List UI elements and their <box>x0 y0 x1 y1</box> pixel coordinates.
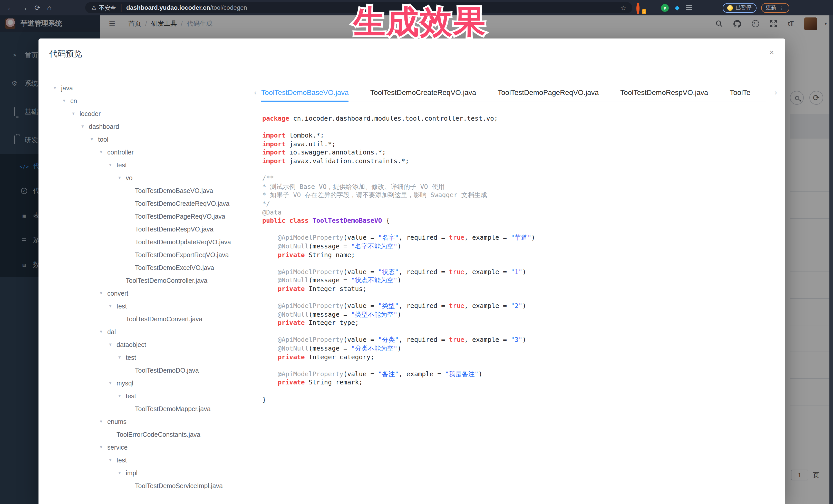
tree-expand-icon[interactable]: ▼ <box>118 355 126 360</box>
tree-node-file[interactable]: ToolTestDemoCreateReqVO.java <box>48 197 253 210</box>
tab-ToolTe[interactable]: ToolTe <box>730 83 751 102</box>
paused-profile-button[interactable]: 已暂停 <box>723 3 756 13</box>
tree-node-file[interactable]: ToolTestDemoMapper.java <box>48 402 253 415</box>
tree-expand-icon[interactable]: ▼ <box>118 471 126 475</box>
tree-node-label: test <box>126 392 136 400</box>
tab-ToolTestDemoBaseVO.java[interactable]: ToolTestDemoBaseVO.java <box>261 83 349 102</box>
tree-node-label: java <box>61 85 73 92</box>
tree-node-label: ToolTestDemoServiceImpl.java <box>135 482 223 489</box>
tree-node-folder[interactable]: ▼test <box>48 389 253 402</box>
extension-icon[interactable] <box>649 4 657 11</box>
tree-expand-icon[interactable]: ▼ <box>118 175 126 180</box>
extension-icon[interactable] <box>686 4 693 11</box>
tab-ToolTestDemoCreateReqVO.java[interactable]: ToolTestDemoCreateReqVO.java <box>370 83 476 102</box>
code-line <box>262 293 775 302</box>
tree-expand-icon[interactable]: ▼ <box>53 86 61 90</box>
tree-node-label: ToolTestDemoUpdateReqVO.java <box>135 238 231 246</box>
tree-node-file[interactable]: ToolTestDemoServiceImpl.java <box>48 479 253 492</box>
code-line <box>262 328 775 336</box>
browser-scrollbar[interactable] <box>829 16 833 504</box>
tab-ToolTestDemoRespVO.java[interactable]: ToolTestDemoRespVO.java <box>620 83 708 102</box>
tree-expand-icon[interactable]: ▼ <box>118 394 126 398</box>
tree-node-label: dashboard <box>89 123 119 130</box>
extension-icon[interactable]: y <box>661 4 669 11</box>
tabs-scroll-right-icon[interactable]: › <box>775 88 777 96</box>
tree-expand-icon[interactable]: ▼ <box>108 458 117 462</box>
tree-node-label: ToolTestDemoDO.java <box>135 367 199 374</box>
tree-node-folder[interactable]: ▼service <box>48 441 253 454</box>
tree-node-label: dataobject <box>117 341 146 348</box>
tree-node-folder[interactable]: ▼test <box>48 159 253 171</box>
tree-node-label: cn <box>70 97 77 104</box>
tree-node-file[interactable]: ToolTestDemoBaseVO.java <box>48 184 253 197</box>
bookmark-star-icon[interactable]: ☆ <box>620 4 626 11</box>
extensions-puzzle-icon[interactable] <box>710 4 718 11</box>
tree-node-folder[interactable]: ▼test <box>48 454 253 466</box>
forward-icon[interactable]: → <box>21 0 28 16</box>
tree-expand-icon[interactable]: ▼ <box>99 150 107 154</box>
home-icon[interactable]: ⌂ <box>47 0 51 16</box>
extension-icon[interactable]: ◆ <box>673 4 681 11</box>
tree-node-file[interactable]: ToolTestDemoConvert.java <box>48 313 253 326</box>
tree-expand-icon[interactable]: ▼ <box>108 381 117 385</box>
tree-node-folder[interactable]: ▼dataobject <box>48 338 253 351</box>
code-line: * 如果子 VO 存在差异的字段，请不要添加到这里，影响 Swagger 文档生… <box>262 191 775 200</box>
tree-node-folder[interactable]: ▼mysql <box>48 377 253 389</box>
tree-expand-icon[interactable]: ▼ <box>108 342 117 347</box>
code-line: import javax.validation.constraints.*; <box>262 157 775 166</box>
tree-node-folder[interactable]: ▼java <box>48 81 253 94</box>
tree-node-label: convert <box>107 290 128 297</box>
extension-icon[interactable] <box>698 4 706 11</box>
tree-node-folder[interactable]: ▼dal <box>48 326 253 338</box>
tree-node-file[interactable]: ToolTestDemoExcelVO.java <box>48 261 253 274</box>
code-line: import io.swagger.annotations.*; <box>262 149 775 157</box>
back-icon[interactable]: ← <box>7 0 14 16</box>
tree-expand-icon[interactable]: ▼ <box>80 124 89 129</box>
tree-node-label: controller <box>107 149 134 156</box>
code-line: private Integer type; <box>262 319 775 328</box>
reload-icon[interactable]: ⟳ <box>34 0 40 16</box>
tree-node-folder[interactable]: ▼dashboard <box>48 120 253 133</box>
annotation-text: 生成效果 生成效果 <box>353 1 486 43</box>
tree-node-folder[interactable]: ▼tool <box>48 133 253 146</box>
tree-node-file[interactable]: ToolTestDemoController.java <box>48 274 253 287</box>
tree-node-folder[interactable]: ▼vo <box>48 171 253 184</box>
code-line: */ <box>262 200 775 208</box>
tree-expand-icon[interactable]: ▼ <box>71 111 79 116</box>
tabs-scroll-left-icon[interactable]: ‹ <box>254 88 257 96</box>
tree-node-folder[interactable]: ▼impl <box>48 466 253 479</box>
tree-expand-icon[interactable]: ▼ <box>108 304 117 309</box>
tree-expand-icon[interactable]: ▼ <box>99 419 107 424</box>
tree-node-folder[interactable]: ▼test <box>48 300 253 313</box>
tree-node-file[interactable]: ToolTestDemoExportReqVO.java <box>48 248 253 261</box>
tree-expand-icon[interactable]: ▼ <box>99 291 107 296</box>
extension-icon[interactable]: 1 <box>637 4 644 11</box>
code-line: @NotNull(message = "类型不能为空") <box>262 310 775 319</box>
tree-expand-icon[interactable]: ▼ <box>108 163 117 167</box>
file-tabs-bar: ‹ ToolTestDemoBaseVO.javaToolTestDemoCre… <box>254 83 777 102</box>
tree-node-folder[interactable]: ▼test <box>48 351 253 364</box>
browser-menu-dots-icon[interactable]: ⋮ <box>779 4 785 11</box>
tree-node-folder[interactable]: ▼convert <box>48 287 253 300</box>
file-tree: ▼java▼cn▼iocoder▼dashboard▼tool▼controll… <box>48 81 253 502</box>
tree-expand-icon[interactable]: ▼ <box>62 99 70 103</box>
tree-node-folder[interactable]: ▼enums <box>48 415 253 428</box>
tree-node-folder[interactable]: ▼cn <box>48 94 253 107</box>
tree-node-file[interactable]: ToolTestDemoRespVO.java <box>48 223 253 236</box>
browser-update-button[interactable]: 更新⋮ <box>761 3 789 13</box>
tree-node-file[interactable]: ToolTestDemoPageReqVO.java <box>48 210 253 223</box>
tree-node-file[interactable]: ToolTestDemoDO.java <box>48 364 253 377</box>
close-icon[interactable]: × <box>769 48 774 56</box>
tree-expand-icon[interactable]: ▼ <box>99 330 107 334</box>
tab-ToolTestDemoPageReqVO.java[interactable]: ToolTestDemoPageReqVO.java <box>498 83 599 102</box>
tree-expand-icon[interactable]: ▼ <box>99 445 107 450</box>
security-label[interactable]: 不安全 <box>99 4 116 11</box>
tree-node-folder[interactable]: ▼iocoder <box>48 107 253 120</box>
code-viewer[interactable]: package cn.iocoder.dashboard.modules.too… <box>262 115 775 504</box>
tree-node-file[interactable]: ToolTestDemoUpdateReqVO.java <box>48 236 253 248</box>
tree-node-file[interactable]: ToolErrorCodeConstants.java <box>48 428 253 441</box>
tree-node-folder[interactable]: ▼controller <box>48 146 253 159</box>
code-line: @NotNull(message = "状态不能为空") <box>262 277 775 285</box>
tree-node-label: ToolTestDemoPageReqVO.java <box>135 213 225 220</box>
tree-expand-icon[interactable]: ▼ <box>90 137 98 142</box>
